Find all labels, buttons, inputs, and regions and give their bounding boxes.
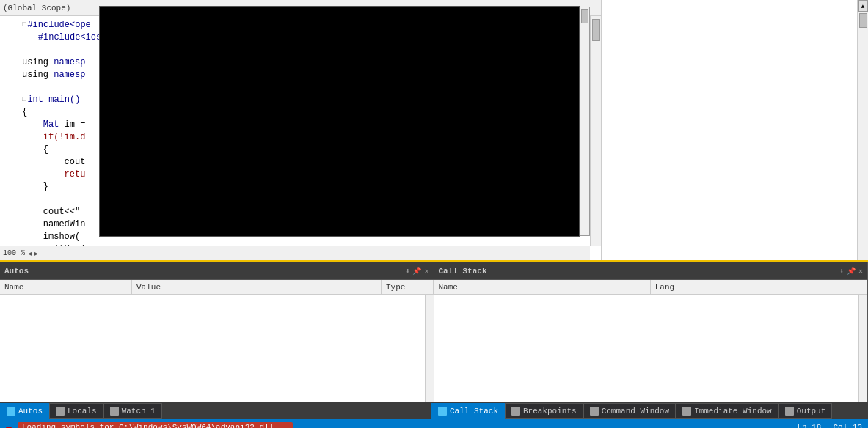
collapse-icon[interactable]: □ — [22, 19, 26, 32]
callstack-dock-icon[interactable]: 📌 — [847, 267, 856, 276]
callstack-panel-content — [434, 295, 868, 402]
code-text: } — [22, 181, 48, 193]
autos-col-type: Type — [382, 280, 434, 294]
loading-text: Loading symbols for C:\Windows\SysWOW64\… — [18, 422, 293, 428]
right-tabs: Call Stack Breakpoints Command Window Im… — [431, 402, 868, 419]
tab-immediatewindow-label: Immediate Window — [694, 407, 772, 416]
code-text: #include<ios — [27, 32, 101, 44]
callstack-panel: Call Stack ⬇ 📌 ✕ Name Lang — [434, 262, 869, 402]
tab-immediate-window[interactable]: Immediate Window — [676, 403, 778, 419]
tab-output[interactable]: Output — [778, 403, 833, 419]
editor-scrollbar-h[interactable]: 100 % ◀ ▶ — [0, 246, 590, 260]
tab-breakpoints[interactable]: Breakpoints — [505, 403, 583, 419]
tab-bars-row: Autos Locals Watch 1 Call Stack Breakpoi… — [0, 402, 868, 419]
code-text: Mat im = — [22, 119, 85, 131]
left-tabs: Autos Locals Watch 1 — [0, 402, 431, 419]
autos-panel-header: Autos ⬇ 📌 ✕ — [0, 262, 434, 280]
spacer — [22, 32, 26, 44]
collapse-icon[interactable]: □ — [22, 94, 26, 106]
code-panel: (Global Scope) □ #include<ope #include<i… — [0, 0, 602, 260]
scope-label: (Global Scope) — [3, 4, 70, 12]
status-col: Col 13 — [833, 423, 862, 428]
tab-breakpoints-label: Breakpoints — [523, 407, 577, 416]
tab-output-label: Output — [797, 407, 826, 416]
tab-autos[interactable]: Autos — [0, 403, 49, 419]
code-text: { — [22, 144, 48, 156]
debug-area: Autos ⬇ 📌 ✕ Name Value Type Call St — [0, 262, 868, 402]
tab-output-icon — [785, 407, 794, 416]
editor-scroll-thumb — [592, 19, 600, 41]
tab-locals-icon — [56, 407, 65, 416]
autos-col-name: Name — [0, 280, 132, 294]
preview-window — [99, 6, 580, 237]
autos-scrollbar[interactable] — [425, 295, 434, 402]
status-right: Ln 18 Col 13 — [797, 423, 862, 428]
autos-panel: Autos ⬇ 📌 ✕ Name Value Type — [0, 262, 434, 402]
right-panel: ▲ — [602, 0, 868, 260]
autos-col-value: Value — [132, 280, 382, 294]
callstack-col-lang: Lang — [651, 280, 867, 294]
editor-area: (Global Scope) □ #include<ope #include<i… — [0, 0, 868, 260]
code-text: retu — [22, 169, 85, 181]
tab-immediatewindow-icon — [682, 407, 691, 416]
autos-panel-content — [0, 295, 434, 402]
autos-pin-icon[interactable]: ⬇ — [405, 267, 409, 276]
tab-watch1-label: Watch 1 — [122, 407, 156, 416]
preview-scrollbar[interactable] — [580, 7, 590, 236]
status-bar: Loading symbols for C:\Windows\SysWOW64\… — [0, 419, 868, 428]
tab-callstack-label: Call Stack — [450, 407, 498, 416]
code-text: { — [22, 106, 27, 119]
callstack-col-name: Name — [434, 280, 651, 294]
tab-locals[interactable]: Locals — [49, 403, 103, 419]
tab-autos-label: Autos — [18, 407, 43, 416]
right-scroll-thumb — [859, 13, 867, 28]
status-ln: Ln 18 — [797, 423, 821, 428]
tab-commandwindow-label: Command Window — [602, 407, 669, 416]
tab-locals-label: Locals — [68, 407, 97, 416]
autos-close-icon[interactable]: ✕ — [424, 267, 428, 276]
autos-panel-controls: ⬇ 📌 ✕ — [405, 267, 428, 276]
code-text: if(!im.d — [22, 131, 85, 144]
callstack-scrollbar[interactable] — [858, 295, 867, 402]
code-text: imshow( — [22, 231, 80, 243]
callstack-close-icon[interactable]: ✕ — [858, 267, 863, 276]
callstack-panel-controls: ⬇ 📌 ✕ — [839, 267, 863, 276]
autos-table-body — [0, 295, 425, 402]
tab-callstack[interactable]: Call Stack — [431, 403, 505, 419]
code-text: namedWin — [22, 218, 85, 231]
code-text: cout — [22, 156, 85, 169]
tab-commandwindow-icon — [590, 407, 599, 416]
tab-watch1-icon — [110, 407, 119, 416]
code-text: int main() — [27, 94, 80, 106]
callstack-table-body — [434, 295, 859, 402]
tab-callstack-icon — [438, 407, 447, 416]
callstack-panel-title: Call Stack — [439, 267, 487, 276]
code-text: #include<ope — [27, 19, 90, 32]
code-text: using namesp — [22, 56, 85, 69]
right-scroll-up[interactable]: ▲ — [858, 0, 868, 12]
callstack-pin-icon[interactable]: ⬇ — [839, 267, 844, 276]
autos-panel-title: Autos — [4, 267, 29, 276]
editor-scrollbar-v[interactable] — [590, 16, 601, 246]
code-text: using namesp — [22, 69, 85, 81]
callstack-panel-header: Call Stack ⬇ 📌 ✕ — [434, 262, 868, 280]
code-text: cout<<" — [22, 206, 80, 218]
zoom-label: 100 % — [0, 249, 28, 257]
tab-breakpoints-icon — [511, 407, 520, 416]
preview-scroll-thumb — [581, 9, 588, 23]
right-scrollbar[interactable]: ▲ — [857, 0, 868, 260]
tab-watch1[interactable]: Watch 1 — [103, 403, 162, 419]
scroll-right-icon[interactable]: ▶ — [34, 249, 38, 258]
callstack-table-header: Name Lang — [434, 280, 868, 295]
tab-autos-icon — [7, 407, 15, 416]
scroll-left-icon[interactable]: ◀ — [28, 249, 32, 258]
autos-table-header: Name Value Type — [0, 280, 434, 295]
autos-dock-icon[interactable]: 📌 — [412, 267, 421, 276]
tab-command-window[interactable]: Command Window — [583, 403, 676, 419]
